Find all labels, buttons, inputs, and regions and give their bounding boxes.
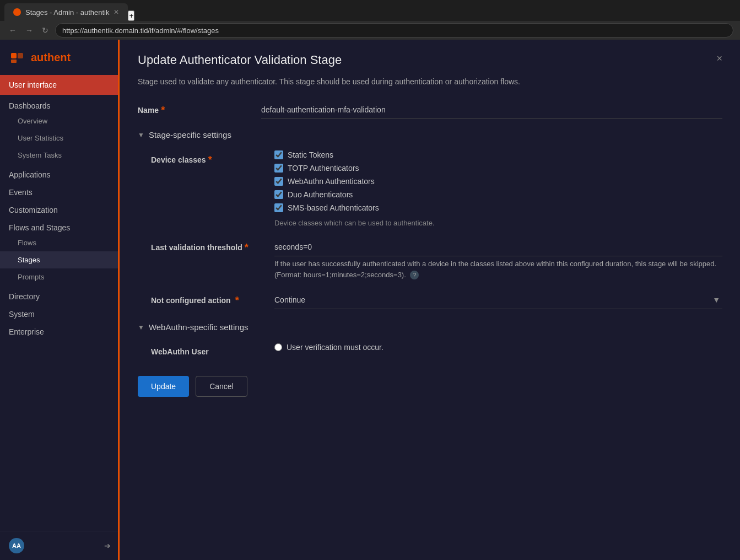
user-verification-radio-item: User verification must occur. — [274, 343, 383, 352]
help-icon[interactable]: ? — [410, 271, 419, 279]
required-indicator-threshold: * — [245, 243, 249, 252]
name-input[interactable] — [261, 101, 722, 119]
svg-rect-0 — [11, 53, 17, 58]
duo-label: Duo Authenticators — [288, 190, 353, 199]
cancel-button[interactable]: Cancel — [196, 376, 247, 397]
back-button[interactable]: ← — [7, 24, 19, 37]
logout-button[interactable]: ➔ — [104, 541, 111, 550]
modal-description: Stage used to validate any authenticator… — [138, 76, 722, 88]
sidebar-item-system[interactable]: System — [0, 303, 120, 321]
stage-settings-section-header[interactable]: ▼ Stage-specific settings — [138, 130, 722, 139]
main-content: Update Authenticator Validation Stage × … — [120, 40, 740, 560]
brand: authent — [0, 40, 120, 75]
webauthn-section-header[interactable]: ▼ WebAuthn-specific settings — [138, 322, 722, 332]
checkbox-sms: SMS-based Authenticators — [274, 203, 722, 212]
checkbox-webauthn: WebAuthn Authenticators — [274, 177, 722, 186]
threshold-help-text: If the user has successfully authenticat… — [274, 259, 722, 280]
webauthn-section-label: WebAuthn-specific settings — [149, 322, 249, 332]
device-classes-checkboxes: Static Tokens TOTP Authenticators WebAut… — [274, 150, 722, 227]
webauthn-label: WebAuthn Authenticators — [288, 177, 375, 186]
device-classes-hint: Device classes which can be used to auth… — [274, 219, 722, 227]
tab-title: Stages - Admin - authentik — [25, 8, 109, 17]
sidebar-bottom: AA ➔ — [0, 531, 120, 560]
tab-close-button[interactable]: ✕ — [114, 8, 119, 16]
app-layout: authent User interface Dashboards Overvi… — [0, 40, 740, 560]
device-classes-label: Device classes * — [151, 150, 261, 165]
forward-button[interactable]: → — [23, 24, 35, 37]
not-configured-label: Not configured action * — [151, 291, 261, 305]
address-bar[interactable]: https://authentik.domain.tld/if/admin/#/… — [55, 23, 733, 37]
duo-checkbox[interactable] — [274, 190, 283, 199]
sidebar-item-stages[interactable]: Stages — [0, 251, 120, 268]
stage-settings-label: Stage-specific settings — [149, 130, 231, 139]
sidebar-item-events[interactable]: Events — [0, 181, 120, 199]
not-configured-select-container: Continue Deny Skip ▼ — [274, 291, 722, 309]
browser-nav: ← → ↻ https://authentik.domain.tld/if/ad… — [0, 21, 740, 40]
last-validation-label: Last validation threshold * — [151, 238, 261, 252]
totp-checkbox[interactable] — [274, 164, 283, 173]
static-tokens-label: Static Tokens — [288, 150, 333, 159]
webauthn-content: WebAuthn User User verification must occ… — [138, 343, 722, 356]
sidebar-item-dashboards: Dashboards — [0, 95, 120, 112]
webauthn-user-row: WebAuthn User User verification must occ… — [151, 343, 722, 356]
chevron-down-icon: ▼ — [138, 131, 144, 139]
modal-footer: Update Cancel — [138, 367, 722, 397]
sidebar-item-directory[interactable]: Directory — [0, 286, 120, 303]
svg-rect-1 — [18, 53, 23, 58]
url-text: https://authentik.domain.tld/if/admin/#/… — [62, 26, 219, 35]
sidebar-item-flows-and-stages[interactable]: Flows and Stages — [0, 217, 120, 234]
modal-area: Update Authenticator Validation Stage × … — [120, 40, 740, 560]
tab-favicon — [13, 8, 21, 16]
browser-chrome: Stages - Admin - authentik ✕ + ← → ↻ htt… — [0, 0, 740, 40]
sidebar-item-user-interface[interactable]: User interface — [0, 75, 120, 95]
brand-icon — [9, 49, 26, 66]
chevron-down-icon-webauthn: ▼ — [138, 324, 144, 331]
last-validation-input[interactable] — [274, 238, 722, 256]
not-configured-action-row: Not configured action * Continue Deny Sk… — [151, 291, 722, 309]
sms-checkbox[interactable] — [274, 203, 283, 212]
sidebar-item-applications[interactable]: Applications — [0, 164, 120, 181]
stage-settings-content: Device classes * Static Tokens TOTP Auth… — [138, 150, 722, 309]
sidebar-item-enterprise[interactable]: Enterprise — [0, 321, 120, 338]
required-dot-not-configured: * — [235, 295, 239, 305]
brand-name: authent — [31, 51, 71, 64]
webauthn-user-field: User verification must occur. — [274, 343, 383, 352]
user-verification-radio[interactable] — [274, 343, 282, 351]
sidebar-item-flows[interactable]: Flows — [0, 234, 120, 251]
sidebar-item-overview[interactable]: Overview — [0, 112, 120, 130]
browser-tabs: Stages - Admin - authentik ✕ + — [0, 0, 740, 21]
static-tokens-checkbox[interactable] — [274, 150, 283, 159]
last-validation-row: Last validation threshold * If the user … — [151, 238, 722, 280]
checkbox-static-tokens: Static Tokens — [274, 150, 722, 159]
modal-title: Update Authenticator Validation Stage — [138, 53, 342, 67]
sms-label: SMS-based Authenticators — [288, 203, 379, 212]
device-classes-row: Device classes * Static Tokens TOTP Auth… — [151, 150, 722, 227]
name-field-row: Name * — [138, 101, 722, 119]
checkbox-totp: TOTP Authenticators — [274, 164, 722, 173]
active-tab[interactable]: Stages - Admin - authentik ✕ — [4, 3, 128, 21]
totp-label: TOTP Authenticators — [288, 164, 359, 173]
required-indicator: * — [161, 105, 165, 115]
last-validation-field: If the user has successfully authenticat… — [274, 238, 722, 280]
required-indicator-device: * — [208, 155, 212, 165]
update-button[interactable]: Update — [138, 376, 189, 397]
webauthn-checkbox[interactable] — [274, 177, 283, 186]
not-configured-select[interactable]: Continue Deny Skip — [274, 291, 722, 309]
checkbox-duo: Duo Authenticators — [274, 190, 722, 199]
sidebar-item-customization[interactable]: Customization — [0, 199, 120, 217]
sidebar: authent User interface Dashboards Overvi… — [0, 40, 120, 560]
svg-rect-2 — [11, 60, 17, 63]
avatar: AA — [9, 538, 24, 553]
modal-close-button[interactable]: × — [716, 53, 722, 64]
user-verification-label: User verification must occur. — [287, 343, 383, 352]
modal-header: Update Authenticator Validation Stage × — [138, 53, 722, 67]
webauthn-user-label: WebAuthn User — [151, 343, 261, 356]
sidebar-item-prompts[interactable]: Prompts — [0, 268, 120, 286]
reload-button[interactable]: ↻ — [40, 24, 51, 37]
sidebar-item-user-statistics[interactable]: User Statistics — [0, 130, 120, 147]
name-label: Name * — [138, 101, 248, 115]
sidebar-item-system-tasks[interactable]: System Tasks — [0, 147, 120, 164]
new-tab-button[interactable]: + — [128, 10, 134, 21]
